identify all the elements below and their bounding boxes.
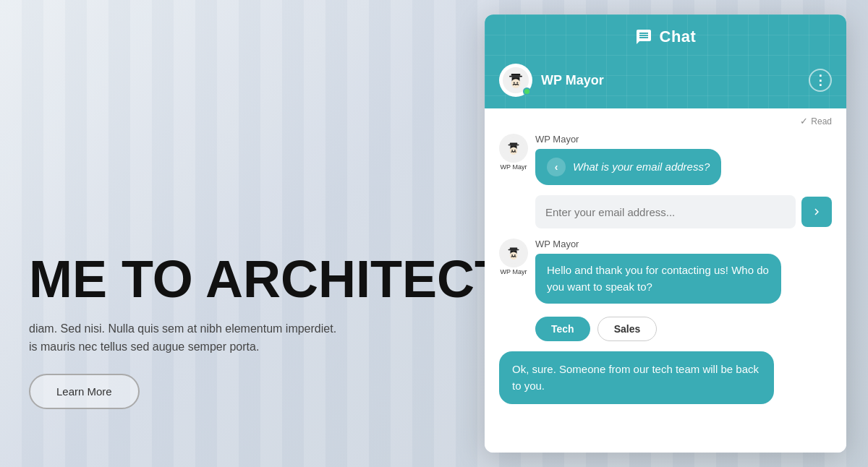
chat-bubble-icon [635, 28, 652, 46]
msg-avatar-1 [499, 134, 528, 163]
dept-button-tech[interactable]: Tech [535, 317, 590, 341]
dept-button-sales[interactable]: Sales [597, 317, 658, 341]
msg-sender-1: WP Mayor [535, 134, 832, 145]
svg-point-13 [514, 150, 516, 151]
svg-point-11 [510, 147, 518, 155]
msg-avatar-2 [499, 239, 528, 267]
svg-rect-15 [510, 248, 518, 249]
message-group-1: WP Mayr WP Mayor ‹ What is your email ad… [499, 134, 832, 185]
msg-content-1: WP Mayor ‹ What is your email address? [535, 134, 832, 185]
msg-sender-2: WP Mayor [535, 239, 832, 249]
svg-rect-9 [509, 145, 519, 146]
svg-point-20 [514, 254, 516, 256]
hero-subtitle: diam. Sed nisi. Nulla quis sem at nibh e… [29, 320, 420, 356]
back-arrow-icon: ‹ [555, 160, 558, 175]
svg-point-19 [511, 254, 513, 256]
svg-point-6 [516, 82, 518, 84]
email-input[interactable] [535, 195, 796, 228]
svg-rect-2 [509, 76, 522, 77]
chat-header: Chat [485, 14, 846, 108]
svg-point-4 [511, 79, 521, 88]
message-group-2: WP Mayr WP Mayor Hello and thank you for… [499, 239, 832, 304]
msg-avatar-1-wrapper: WP Mayr [499, 134, 528, 171]
msg-avatar-2-icon [503, 242, 524, 264]
agent-menu-button[interactable]: ⋮ [809, 69, 832, 92]
msg-avatar-1-label: WP Mayr [501, 164, 527, 171]
send-icon [810, 205, 823, 218]
msg-avatar-1-icon [503, 137, 524, 159]
email-send-button[interactable] [801, 197, 832, 227]
email-input-area [535, 195, 832, 228]
svg-rect-16 [509, 249, 519, 251]
learn-more-button[interactable]: Learn More [29, 374, 140, 409]
chat-title-bar: Chat [485, 14, 846, 56]
online-indicator [523, 87, 531, 95]
msg-text-2: Hello and thank you for contacting us! W… [547, 262, 770, 295]
svg-point-18 [510, 252, 518, 260]
hero-section: ME TO ARCHITECT diam. Sed nisi. Nulla qu… [0, 0, 477, 467]
msg-avatar-2-wrapper: WP Mayr [499, 239, 528, 276]
svg-point-5 [514, 82, 515, 84]
final-message-bubble: Ok, sure. Someone from our tech team wil… [499, 351, 774, 404]
chat-messages: ✓ Read WP Mayr [485, 108, 846, 453]
msg-bubble-2: Hello and thank you for contacting us! W… [535, 254, 781, 304]
checkmark-icon: ✓ [800, 116, 808, 127]
department-buttons: Tech Sales [535, 317, 832, 341]
msg-bubble-1: ‹ What is your email address? [535, 149, 721, 185]
chat-agent-bar: WP Mayor ⋮ [485, 56, 846, 108]
agent-avatar-wrapper [499, 64, 532, 97]
msg-text-1: What is your email address? [573, 159, 710, 176]
hero-title: ME TO ARCHITECT [29, 253, 448, 305]
chat-title: Chat [660, 27, 697, 46]
hero-subtitle-line2: is mauris nec tellus sed augue semper po… [29, 340, 259, 353]
read-label: Read [811, 116, 832, 127]
svg-rect-8 [510, 143, 518, 145]
agent-name: WP Mayor [541, 73, 800, 88]
msg-content-2: WP Mayor Hello and thank you for contact… [535, 239, 832, 304]
svg-rect-1 [511, 74, 521, 76]
svg-point-12 [511, 150, 513, 151]
hero-subtitle-line1: diam. Sed nisi. Nulla quis sem at nibh e… [29, 322, 336, 335]
read-indicator: ✓ Read [499, 116, 832, 127]
chat-widget: Chat [485, 14, 846, 453]
msg-avatar-2-label: WP Mayr [501, 269, 527, 276]
back-arrow-button[interactable]: ‹ [547, 158, 566, 176]
